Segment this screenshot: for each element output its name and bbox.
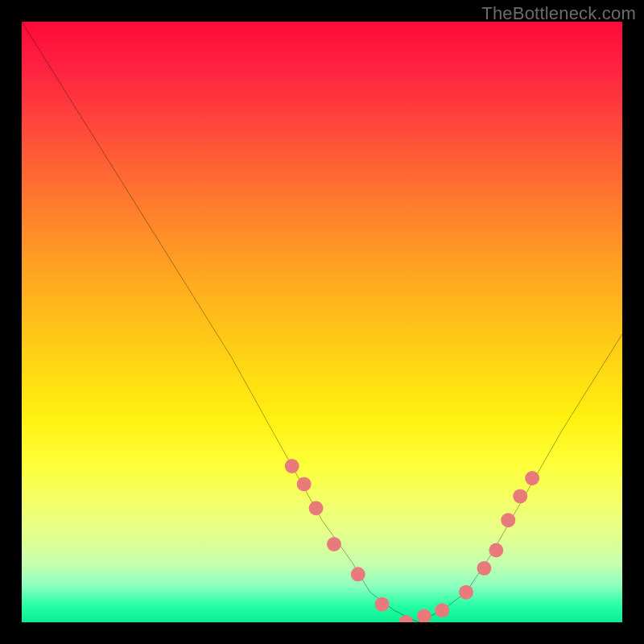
highlight-dot: [375, 597, 390, 612]
highlight-dot: [501, 513, 515, 527]
highlight-dot: [459, 585, 473, 600]
highlight-dot: [525, 471, 539, 485]
highlight-dot: [309, 501, 324, 515]
highlight-dot: [513, 489, 527, 503]
highlight-dot: [398, 615, 413, 622]
highlight-dot: [417, 609, 431, 622]
highlight-dot: [285, 459, 299, 473]
curve-layer: [22, 22, 622, 622]
highlight-dot: [297, 477, 312, 491]
highlight-dot: [435, 603, 449, 617]
chart-frame: TheBottleneck.com: [0, 0, 644, 644]
highlight-dot: [327, 537, 341, 551]
highlight-dots: [285, 459, 539, 622]
highlight-dot: [351, 567, 365, 581]
highlight-dot: [477, 561, 491, 576]
bottleneck-curve: [22, 22, 622, 622]
plot-area: [22, 22, 622, 622]
highlight-dot: [489, 543, 503, 558]
